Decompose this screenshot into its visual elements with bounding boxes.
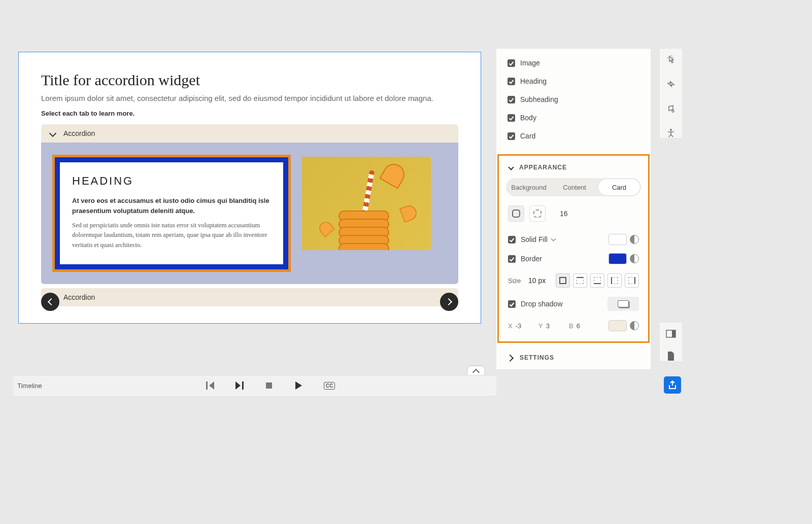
checkbox-checked-icon[interactable] [508, 236, 516, 243]
skip-forward-icon[interactable] [235, 381, 244, 390]
border-left-button[interactable] [607, 273, 622, 288]
checkbox-checked-icon [507, 114, 515, 122]
shadow-b-value[interactable]: 6 [577, 322, 580, 330]
widget-subtitle: Lorem ipsum dolor sit amet, consectetur … [41, 94, 458, 102]
border-right-icon [628, 277, 635, 284]
border-left-icon [611, 277, 618, 284]
checkbox-checked-icon[interactable] [508, 255, 516, 263]
shadow-y-label: Y [538, 322, 543, 330]
arrow-right-icon [445, 298, 452, 305]
widget-title: Title for accordion widget [41, 72, 458, 89]
play-icon[interactable] [294, 381, 302, 390]
option-heading[interactable]: Heading [496, 72, 651, 90]
border-color-swatch[interactable] [608, 253, 627, 264]
canvas-stage[interactable]: Title for accordion widget Lorem ipsum d… [18, 52, 481, 324]
option-card[interactable]: Card [496, 127, 651, 145]
shadow-x-value[interactable]: -3 [516, 322, 522, 330]
chevron-down-icon[interactable] [552, 237, 557, 242]
opacity-icon[interactable] [630, 235, 639, 244]
card[interactable]: HEADING At vero eos et accusamus et iust… [55, 157, 288, 269]
stop-icon[interactable] [265, 381, 273, 390]
closed-caption-button[interactable]: CC [324, 382, 335, 390]
appearance-tabs: Background Content Card [506, 178, 641, 196]
option-label: Subheading [520, 95, 558, 103]
next-button[interactable] [440, 293, 458, 311]
document-icon[interactable] [666, 351, 676, 361]
rounded-square-icon [512, 209, 520, 218]
border-top-icon [577, 277, 584, 284]
border-bottom-icon [594, 277, 601, 284]
dashed-square-icon [533, 209, 542, 218]
solid-fill-label: Solid Fill [521, 235, 548, 243]
option-subheading[interactable]: Subheading [496, 90, 651, 109]
corner-radius-row: 16 [506, 205, 641, 230]
size-label: Size [508, 277, 523, 285]
checkbox-checked-icon[interactable] [508, 300, 516, 308]
drop-shadow-label: Drop shadow [521, 300, 563, 308]
drop-shadow-row: Drop shadow [506, 293, 641, 315]
panel-collapse-tab[interactable] [468, 366, 484, 376]
tab-card[interactable]: Card [598, 179, 640, 195]
interaction-icon[interactable] [666, 55, 676, 65]
card-paragraph-2: Sed ut perspiciatis unde omnis iste natu… [72, 221, 271, 250]
shadow-y-value[interactable]: 3 [546, 322, 550, 330]
timeline-bar: Timeline CC [13, 375, 496, 396]
tool-rail-lower [660, 323, 682, 361]
tab-background[interactable]: Background [506, 178, 552, 196]
checkbox-checked-icon [507, 132, 515, 140]
corner-radius-value[interactable]: 16 [560, 209, 568, 218]
card-heading: HEADING [72, 174, 271, 188]
filmstrip-icon[interactable] [666, 329, 676, 339]
chevron-right-icon [506, 354, 514, 361]
tab-content[interactable]: Content [552, 178, 597, 196]
settings-label: SETTINGS [520, 354, 554, 361]
share-icon [668, 380, 677, 390]
timeline-label: Timeline [17, 382, 42, 390]
svg-point-0 [670, 129, 672, 131]
fill-color-swatch[interactable] [608, 234, 627, 245]
section-label: APPEARANCE [519, 164, 567, 171]
size-value[interactable]: 10 px [528, 276, 551, 285]
border-all-icon [559, 277, 566, 284]
share-button[interactable] [664, 376, 681, 394]
settings-section-header[interactable]: SETTINGS [496, 345, 651, 369]
selection-highlight: HEADING At vero eos et accusamus et iust… [52, 155, 291, 272]
border-top-button[interactable] [573, 273, 587, 288]
shadow-b-label: B [569, 322, 573, 330]
option-image[interactable]: Image [496, 54, 651, 72]
border-all-button[interactable] [556, 273, 570, 288]
triggers-icon[interactable] [666, 79, 676, 89]
skip-back-icon[interactable] [206, 381, 214, 390]
shadow-x-label: X [508, 322, 513, 330]
accessibility-icon[interactable] [666, 128, 676, 138]
border-bottom-button[interactable] [590, 273, 604, 288]
audio-icon[interactable] [666, 103, 676, 114]
opacity-icon[interactable] [630, 321, 639, 330]
accordion-header-1[interactable]: Accordion [41, 124, 458, 143]
svg-rect-2 [672, 330, 675, 337]
widget-instruction: Select each tab to learn more. [41, 110, 458, 117]
checkbox-checked-icon [507, 78, 515, 85]
solid-fill-row: Solid Fill [506, 230, 641, 249]
border-row: Border [506, 249, 641, 268]
card-image[interactable] [302, 157, 431, 250]
shadow-preset-button[interactable] [607, 297, 639, 311]
corner-rounded-button[interactable] [508, 205, 524, 222]
accordion-label: Accordion [63, 129, 95, 137]
properties-panel: Image Heading Subheading Body Card APPEA… [496, 49, 651, 369]
accordion-label: Accordion [63, 293, 95, 301]
chevron-down-icon [508, 164, 514, 170]
option-label: Card [520, 132, 535, 140]
shadow-color-swatch[interactable] [608, 320, 627, 331]
tool-rail [660, 49, 682, 138]
appearance-section-header[interactable]: APPEARANCE [506, 163, 641, 178]
border-right-button[interactable] [625, 273, 639, 288]
opacity-icon[interactable] [630, 254, 639, 263]
accordion-header-2[interactable]: Accordion [41, 288, 458, 306]
corner-individual-button[interactable] [529, 205, 546, 222]
arrow-left-icon [47, 298, 54, 305]
option-body[interactable]: Body [496, 109, 651, 127]
border-label: Border [521, 255, 542, 263]
option-label: Image [520, 59, 540, 67]
prev-button[interactable] [41, 293, 59, 311]
